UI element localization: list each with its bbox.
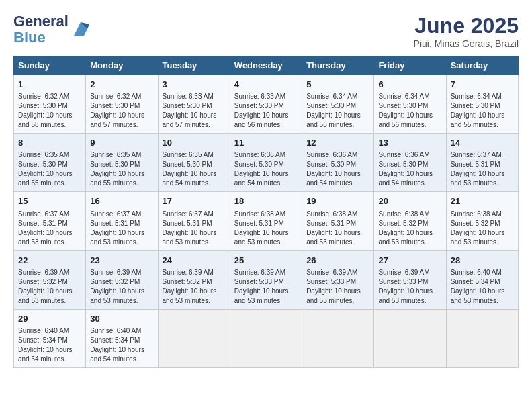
calendar-title: June 2025 [414,13,519,38]
calendar-cell [302,309,374,367]
logo-text: GeneralBlue [13,13,69,46]
day-number: 27 [378,255,441,267]
calendar-cell: 20Sunrise: 6:38 AMSunset: 5:32 PMDayligh… [374,192,446,250]
day-info: Sunrise: 6:32 AMSunset: 5:30 PMDaylight:… [18,92,81,130]
day-info: Sunrise: 6:38 AMSunset: 5:31 PMDaylight:… [306,210,369,247]
day-number: 19 [306,195,369,208]
calendar-cell: 8Sunrise: 6:35 AMSunset: 5:30 PMDaylight… [14,134,86,192]
calendar-cell: 1Sunrise: 6:32 AMSunset: 5:30 PMDaylight… [14,75,86,134]
calendar-cell: 7Sunrise: 6:34 AMSunset: 5:30 PMDaylight… [446,75,518,134]
header-wednesday: Wednesday [230,56,302,75]
calendar-cell: 28Sunrise: 6:40 AMSunset: 5:34 PMDayligh… [446,250,518,309]
day-info: Sunrise: 6:37 AMSunset: 5:31 PMDaylight:… [18,210,81,247]
calendar-cell: 2Sunrise: 6:32 AMSunset: 5:30 PMDaylight… [86,75,158,134]
day-number: 4 [234,79,298,91]
day-number: 14 [451,137,514,149]
day-info: Sunrise: 6:38 AMSunset: 5:32 PMDaylight:… [451,210,514,247]
day-info: Sunrise: 6:39 AMSunset: 5:33 PMDaylight:… [378,268,441,306]
day-number: 12 [306,137,369,149]
calendar-body: 1Sunrise: 6:32 AMSunset: 5:30 PMDaylight… [14,75,519,368]
day-number: 6 [378,79,441,91]
week-row-3: 15Sunrise: 6:37 AMSunset: 5:31 PMDayligh… [14,192,519,250]
week-row-2: 8Sunrise: 6:35 AMSunset: 5:30 PMDaylight… [14,134,519,192]
calendar-cell: 5Sunrise: 6:34 AMSunset: 5:30 PMDaylight… [302,75,374,134]
day-info: Sunrise: 6:39 AMSunset: 5:33 PMDaylight:… [234,268,298,306]
calendar-cell: 12Sunrise: 6:36 AMSunset: 5:30 PMDayligh… [302,134,374,192]
header-row: SundayMondayTuesdayWednesdayThursdayFrid… [14,56,519,75]
day-number: 16 [90,195,153,208]
day-info: Sunrise: 6:35 AMSunset: 5:30 PMDaylight:… [90,150,153,188]
calendar-cell: 11Sunrise: 6:36 AMSunset: 5:30 PMDayligh… [230,134,302,192]
calendar-cell [230,309,302,367]
day-info: Sunrise: 6:40 AMSunset: 5:34 PMDaylight:… [90,326,153,364]
header-friday: Friday [374,56,446,75]
day-info: Sunrise: 6:33 AMSunset: 5:30 PMDaylight:… [234,92,298,130]
day-number: 22 [18,255,81,267]
week-row-5: 29Sunrise: 6:40 AMSunset: 5:34 PMDayligh… [14,309,519,367]
day-info: Sunrise: 6:40 AMSunset: 5:34 PMDaylight:… [18,326,81,364]
day-number: 23 [90,255,153,267]
calendar-cell: 17Sunrise: 6:37 AMSunset: 5:31 PMDayligh… [158,192,230,250]
header-tuesday: Tuesday [158,56,230,75]
day-number: 3 [163,79,226,91]
day-number: 28 [451,255,514,267]
calendar-cell: 22Sunrise: 6:39 AMSunset: 5:32 PMDayligh… [14,250,86,309]
calendar-cell: 26Sunrise: 6:39 AMSunset: 5:33 PMDayligh… [302,250,374,309]
calendar-cell: 13Sunrise: 6:36 AMSunset: 5:30 PMDayligh… [374,134,446,192]
calendar-cell: 21Sunrise: 6:38 AMSunset: 5:32 PMDayligh… [446,192,518,250]
day-number: 18 [234,195,298,208]
calendar-cell: 16Sunrise: 6:37 AMSunset: 5:31 PMDayligh… [86,192,158,250]
day-number: 25 [234,255,298,267]
calendar-cell: 3Sunrise: 6:33 AMSunset: 5:30 PMDaylight… [158,75,230,134]
calendar-cell: 10Sunrise: 6:35 AMSunset: 5:30 PMDayligh… [158,134,230,192]
calendar-cell: 27Sunrise: 6:39 AMSunset: 5:33 PMDayligh… [374,250,446,309]
day-info: Sunrise: 6:35 AMSunset: 5:30 PMDaylight:… [18,150,81,188]
header-monday: Monday [86,56,158,75]
calendar-cell: 15Sunrise: 6:37 AMSunset: 5:31 PMDayligh… [14,192,86,250]
day-info: Sunrise: 6:36 AMSunset: 5:30 PMDaylight:… [234,150,298,188]
day-number: 20 [378,195,441,208]
day-number: 29 [18,313,81,325]
day-info: Sunrise: 6:38 AMSunset: 5:32 PMDaylight:… [378,210,441,247]
calendar-cell: 30Sunrise: 6:40 AMSunset: 5:34 PMDayligh… [86,309,158,367]
day-number: 21 [451,195,514,208]
calendar-cell: 14Sunrise: 6:37 AMSunset: 5:31 PMDayligh… [446,134,518,192]
day-number: 17 [163,195,226,208]
day-number: 24 [163,255,226,267]
day-info: Sunrise: 6:37 AMSunset: 5:31 PMDaylight:… [163,210,226,247]
calendar-cell [374,309,446,367]
day-info: Sunrise: 6:37 AMSunset: 5:31 PMDaylight:… [451,150,514,188]
calendar-cell [446,309,518,367]
day-info: Sunrise: 6:35 AMSunset: 5:30 PMDaylight:… [163,150,226,188]
day-info: Sunrise: 6:37 AMSunset: 5:31 PMDaylight:… [90,210,153,247]
day-number: 13 [378,137,441,149]
header-sunday: Sunday [14,56,86,75]
day-number: 7 [451,79,514,91]
calendar-header: SundayMondayTuesdayWednesdayThursdayFrid… [14,56,519,75]
calendar-cell: 6Sunrise: 6:34 AMSunset: 5:30 PMDaylight… [374,75,446,134]
day-info: Sunrise: 6:39 AMSunset: 5:32 PMDaylight:… [90,268,153,306]
header-thursday: Thursday [302,56,374,75]
calendar-cell: 4Sunrise: 6:33 AMSunset: 5:30 PMDaylight… [230,75,302,134]
calendar-cell: 24Sunrise: 6:39 AMSunset: 5:32 PMDayligh… [158,250,230,309]
calendar-subtitle: Piui, Minas Gerais, Brazil [414,38,519,49]
day-info: Sunrise: 6:36 AMSunset: 5:30 PMDaylight:… [306,150,369,188]
calendar-cell: 25Sunrise: 6:39 AMSunset: 5:33 PMDayligh… [230,250,302,309]
day-number: 15 [18,195,81,208]
day-info: Sunrise: 6:40 AMSunset: 5:34 PMDaylight:… [451,268,514,306]
calendar-cell: 19Sunrise: 6:38 AMSunset: 5:31 PMDayligh… [302,192,374,250]
header-saturday: Saturday [446,56,518,75]
day-info: Sunrise: 6:39 AMSunset: 5:32 PMDaylight:… [163,268,226,306]
day-info: Sunrise: 6:34 AMSunset: 5:30 PMDaylight:… [451,92,514,130]
day-number: 2 [90,79,153,91]
calendar-cell [158,309,230,367]
day-info: Sunrise: 6:39 AMSunset: 5:33 PMDaylight:… [306,268,369,306]
day-info: Sunrise: 6:33 AMSunset: 5:30 PMDaylight:… [163,92,226,130]
logo: GeneralBlue [13,13,91,46]
day-number: 9 [90,137,153,149]
logo-icon [71,19,91,39]
day-info: Sunrise: 6:39 AMSunset: 5:32 PMDaylight:… [18,268,81,306]
day-number: 5 [306,79,369,91]
day-info: Sunrise: 6:34 AMSunset: 5:30 PMDaylight:… [306,92,369,130]
calendar-cell: 23Sunrise: 6:39 AMSunset: 5:32 PMDayligh… [86,250,158,309]
